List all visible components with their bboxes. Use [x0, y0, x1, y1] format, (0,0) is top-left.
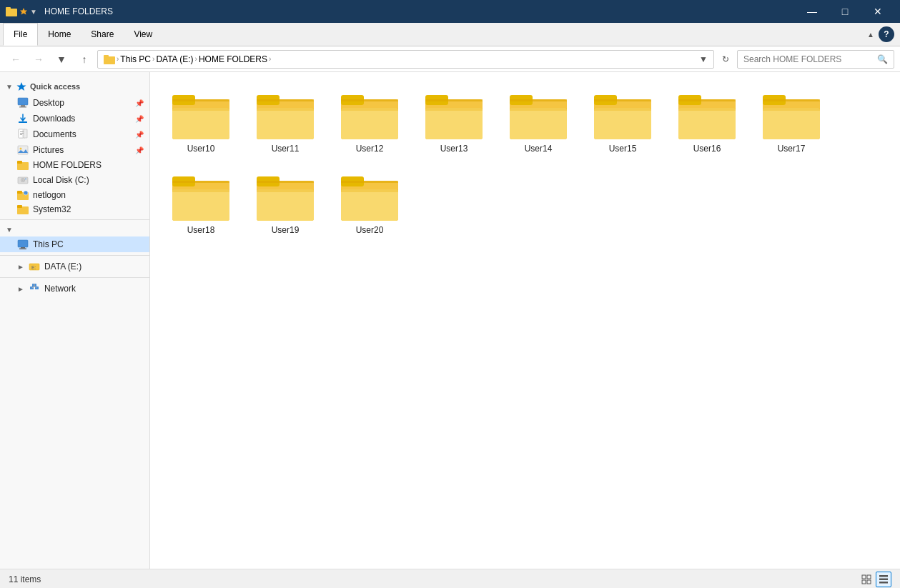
ribbon-expand-icon[interactable]: ▲: [867, 29, 879, 40]
pin-icon-pictures: 📌: [135, 146, 144, 154]
tab-view[interactable]: View: [124, 23, 162, 46]
folder-item[interactable]: User14: [499, 84, 578, 159]
folder-item[interactable]: User20: [330, 165, 409, 241]
refresh-button[interactable]: ↻: [717, 51, 734, 68]
svg-rect-90: [257, 189, 314, 221]
sidebar-label-downloads: Downloads: [33, 114, 75, 124]
folder-large-icon: [678, 91, 736, 139]
folder-item[interactable]: User18: [162, 165, 240, 241]
address-dropdown-icon[interactable]: ▼: [699, 54, 708, 64]
sidebar-item-netlogon[interactable]: ↑ netlogon: [0, 188, 149, 202]
up-button[interactable]: ↑: [74, 49, 94, 69]
sidebar-item-thispc[interactable]: This PC: [0, 236, 149, 252]
svg-marker-6: [16, 82, 26, 91]
sidebar-item-system32[interactable]: System32: [0, 202, 149, 216]
recent-locations-button[interactable]: ▼: [51, 49, 71, 69]
tab-share[interactable]: Share: [81, 23, 124, 46]
view-list-button[interactable]: [876, 572, 891, 587]
address-bar[interactable]: › This PC › DATA (E:) › HOME FOLDERS › ▼: [97, 50, 714, 69]
sidebar-item-datae[interactable]: ► E: DATA (E:): [0, 259, 149, 274]
breadcrumb-data[interactable]: DATA (E:): [156, 54, 193, 64]
sidebar-item-desktop[interactable]: Desktop 📌: [0, 95, 149, 111]
network-expand-arrow: ►: [17, 285, 24, 293]
svg-rect-71: [594, 108, 651, 111]
netlogon-icon: ↑: [17, 190, 29, 200]
quick-access-star-icon: [16, 81, 27, 92]
maximize-button[interactable]: □: [829, 0, 861, 23]
search-input[interactable]: [743, 54, 874, 64]
folder-large-icon: [341, 172, 398, 221]
svg-rect-9: [19, 106, 26, 108]
title-folder-icon: [6, 6, 17, 16]
svg-text:▼: ▼: [30, 8, 37, 15]
minimize-button[interactable]: —: [796, 0, 829, 23]
svg-rect-96: [341, 189, 398, 192]
svg-rect-99: [867, 575, 871, 579]
folder-item[interactable]: User16: [668, 84, 746, 159]
sidebar-item-network[interactable]: ► Network: [0, 281, 149, 297]
tab-file[interactable]: File: [3, 23, 38, 46]
svg-rect-66: [510, 108, 567, 111]
help-button[interactable]: ?: [879, 26, 894, 42]
svg-rect-32: [18, 240, 28, 247]
folder-large-icon: [257, 91, 314, 139]
svg-text:E:: E:: [31, 265, 36, 270]
view-grid-button[interactable]: [859, 572, 874, 587]
breadcrumb-thispc[interactable]: This PC: [120, 54, 151, 64]
svg-rect-46: [172, 108, 229, 111]
title-bar-left: ▼ HOME FOLDERS: [6, 6, 113, 16]
svg-rect-61: [425, 108, 483, 111]
svg-marker-2: [20, 8, 27, 15]
folder-item[interactable]: User17: [752, 84, 831, 159]
folder-large-icon: [257, 172, 314, 221]
quick-access-header[interactable]: ▼ Quick access: [0, 78, 149, 95]
sidebar-item-homefolders[interactable]: HOME FOLDERS: [0, 158, 149, 172]
window-title: HOME FOLDERS: [44, 6, 113, 16]
thispc-header[interactable]: ▼: [0, 223, 149, 236]
search-icon[interactable]: 🔍: [877, 54, 888, 64]
sidebar-item-pictures[interactable]: Pictures 📌: [0, 142, 149, 158]
close-button[interactable]: ✕: [861, 0, 894, 23]
svg-rect-77: [678, 99, 736, 101]
svg-rect-60: [425, 108, 483, 139]
svg-rect-98: [862, 575, 866, 579]
svg-rect-70: [594, 108, 651, 139]
folder-icon-container: [257, 171, 314, 222]
sidebar-label-documents: Documents: [33, 129, 76, 139]
svg-rect-91: [257, 189, 314, 192]
folder-item[interactable]: User19: [246, 165, 325, 241]
main-area: ▼ Quick access Desktop 📌 Downloads 📌: [0, 72, 900, 569]
svg-rect-52: [257, 99, 314, 101]
svg-rect-80: [763, 108, 820, 139]
breadcrumb-homefolders[interactable]: HOME FOLDERS: [199, 54, 267, 64]
folder-item[interactable]: User10: [162, 84, 240, 159]
sidebar-item-localdisk[interactable]: Local Disk (C:): [0, 172, 149, 188]
folder-item[interactable]: User12: [330, 84, 409, 159]
forward-button[interactable]: →: [29, 49, 49, 69]
folder-icon-container: [257, 89, 314, 141]
folder-item[interactable]: User13: [415, 84, 493, 159]
folder-item[interactable]: User11: [246, 84, 325, 159]
downloads-icon: [17, 113, 29, 124]
svg-rect-82: [763, 99, 820, 101]
documents-icon: [17, 129, 29, 140]
svg-rect-34: [19, 249, 26, 250]
quick-access-label: Quick access: [30, 82, 80, 91]
folder-item-name: User10: [187, 144, 215, 154]
folder-item[interactable]: User15: [583, 84, 662, 159]
sidebar-label-desktop: Desktop: [33, 98, 64, 108]
svg-point-18: [20, 148, 22, 150]
back-button[interactable]: ←: [6, 49, 26, 69]
folder-item-name: User11: [272, 144, 300, 154]
folder-large-icon: [341, 91, 398, 139]
sidebar-divider-3: [0, 277, 149, 278]
sidebar-item-downloads[interactable]: Downloads 📌: [0, 111, 149, 126]
tab-home[interactable]: Home: [38, 23, 81, 46]
sidebar-item-documents[interactable]: Documents 📌: [0, 126, 149, 142]
svg-rect-81: [763, 108, 820, 111]
system32-icon: [17, 204, 29, 214]
sidebar-label-datae: DATA (E:): [44, 261, 81, 271]
folder-icon-container: [594, 89, 651, 141]
folder-item-name: User20: [356, 225, 384, 235]
folder-item-name: User13: [440, 144, 468, 154]
